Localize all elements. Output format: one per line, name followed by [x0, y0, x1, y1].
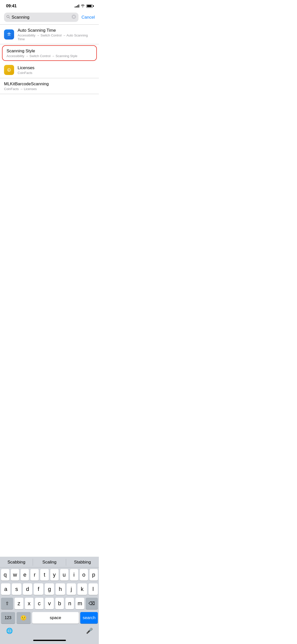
- status-time: 09:41: [6, 4, 17, 9]
- result-title-mlkit: MLKitBarcodeScanning: [4, 81, 95, 87]
- wifi-icon: [81, 4, 85, 8]
- search-input[interactable]: [12, 15, 70, 20]
- search-bar-container: Cancel: [0, 10, 99, 24]
- result-text-scanning-style: Scanning Style Accessibility → Switch Co…: [7, 48, 92, 58]
- result-subtitle-scanning-style: Accessibility → Switch Control → Scannin…: [7, 54, 92, 58]
- cancel-button[interactable]: Cancel: [81, 15, 95, 20]
- accessibility-icon: [4, 29, 14, 39]
- result-subtitle-licenses: CoinFacts: [18, 71, 95, 75]
- result-text: Auto Scanning Time Accessibility → Switc…: [18, 28, 95, 41]
- status-bar: 09:41: [0, 0, 99, 10]
- result-item-scanning-style[interactable]: Scanning Style Accessibility → Switch Co…: [2, 45, 97, 61]
- result-subtitle-mlkit: CoinFacts → Licenses: [4, 87, 95, 91]
- result-text-licenses: Licenses CoinFacts: [18, 65, 95, 75]
- svg-line-1: [9, 17, 10, 18]
- content-area: [0, 94, 99, 175]
- result-title-scanning-style: Scanning Style: [7, 48, 92, 54]
- result-text-mlkit: MLKitBarcodeScanning CoinFacts → License…: [4, 81, 95, 91]
- search-clear-button[interactable]: [72, 15, 76, 20]
- svg-text:$: $: [8, 69, 10, 71]
- search-icon: [7, 15, 10, 19]
- result-item-licenses[interactable]: $ Licenses CoinFacts: [0, 62, 99, 78]
- coinfacts-icon: $: [4, 65, 14, 75]
- result-subtitle: Accessibility → Switch Control → Auto Sc…: [18, 33, 95, 41]
- status-icons: [75, 4, 93, 8]
- result-item-mlkit[interactable]: MLKitBarcodeScanning CoinFacts → License…: [0, 78, 99, 94]
- battery-icon: [86, 5, 93, 8]
- signal-bars-icon: [75, 5, 79, 8]
- result-title-licenses: Licenses: [18, 65, 95, 71]
- result-title: Auto Scanning Time: [18, 28, 95, 33]
- search-input-wrapper[interactable]: [4, 13, 78, 22]
- result-item-auto-scanning-time[interactable]: Auto Scanning Time Accessibility → Switc…: [0, 24, 99, 44]
- results-list: Auto Scanning Time Accessibility → Switc…: [0, 24, 99, 94]
